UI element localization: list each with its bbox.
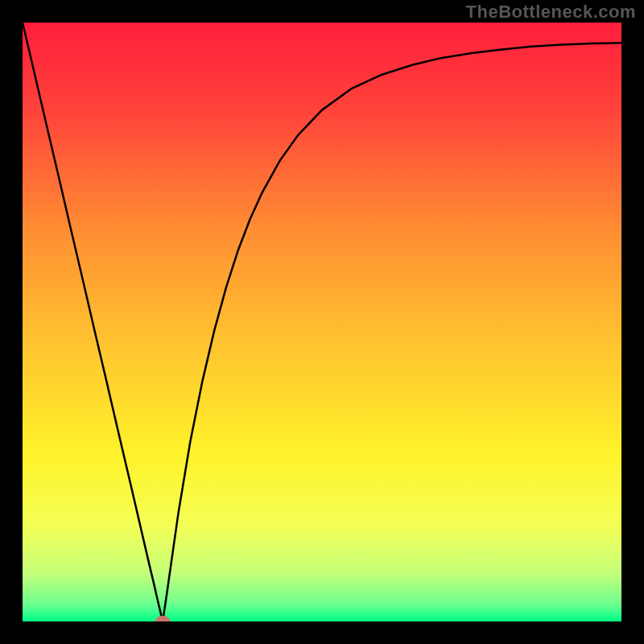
chart-frame: TheBottleneck.com bbox=[0, 0, 644, 644]
bottleneck-chart bbox=[23, 23, 621, 621]
watermark-text: TheBottleneck.com bbox=[466, 2, 636, 23]
plot-background bbox=[23, 23, 621, 621]
